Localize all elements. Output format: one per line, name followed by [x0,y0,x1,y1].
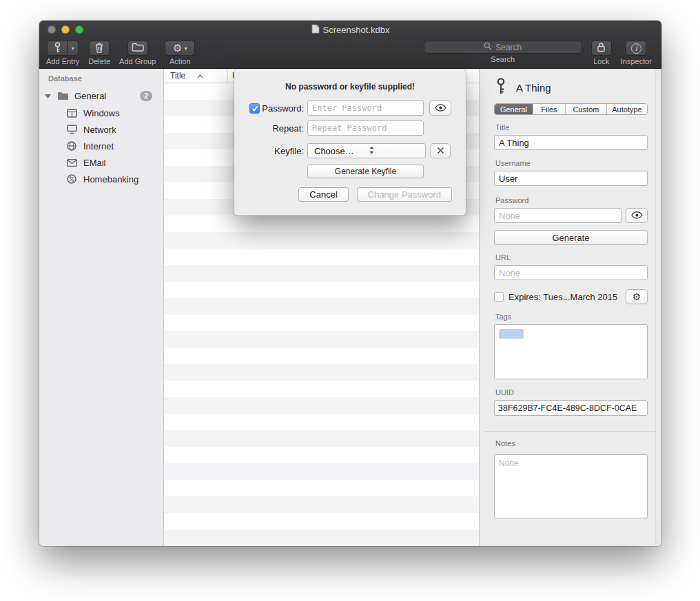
sidebar-item-network[interactable]: Network [39,121,163,138]
window-title-area: Screenshot.kdbx [311,24,390,36]
sidebar-section-header: Database [48,74,163,83]
tab-custom[interactable]: Custom [565,104,606,114]
toolbar-lock: Lock [591,41,612,65]
username-field-label: Username [495,159,648,167]
sidebar-item-email[interactable]: EMail [39,154,163,171]
folder-icon [132,43,144,54]
keyfile-label: Keyfile: [260,146,304,156]
dialog-footer: Cancel Change Password [298,187,452,202]
folder-icon [57,92,69,101]
username-field[interactable] [494,171,648,186]
search-placeholder: Search [495,43,522,52]
toolbar: ▾ Add Entry Delete Add Group ⚙ ▾ Action [39,39,661,69]
expires-checkbox[interactable] [494,292,504,302]
eye-icon [631,211,643,221]
sidebar-item-homebanking[interactable]: Homebanking [39,171,163,187]
password-label: Password: [260,103,304,114]
add-entry-button[interactable] [47,41,68,56]
search-label: Search [491,55,515,63]
sidebar-item-internet[interactable]: Internet [39,138,163,154]
window-icon [66,109,77,118]
sidebar-item-label: Internet [83,141,114,151]
window-title: Screenshot.kdbx [323,25,390,35]
disclosure-triangle-icon[interactable] [45,94,51,98]
close-x-icon [437,146,444,156]
chevron-down-icon: ▾ [72,45,74,52]
change-password-dialog: No password or keyfile supplied! Passwor… [234,69,466,215]
tab-files[interactable]: Files [533,104,565,114]
globe-icon [66,141,77,151]
tab-autotype[interactable]: Autotype [606,104,647,114]
tab-general[interactable]: General [495,104,533,114]
keyfile-popup-value: Choose… [314,146,369,156]
generate-password-button[interactable]: Generate [494,230,648,245]
cancel-button[interactable]: Cancel [298,187,348,202]
percent-coin-icon [66,174,77,184]
title-field[interactable] [494,135,648,150]
uuid-field[interactable] [494,400,648,416]
search-input[interactable]: Search [424,41,582,54]
keyfile-popup[interactable]: Choose… [307,143,426,158]
info-icon: i [631,43,641,54]
sidebar-item-label: Network [83,125,116,135]
password-field[interactable] [494,208,621,223]
zoom-button[interactable] [75,25,83,34]
generate-keyfile-button[interactable]: Generate Keyfile [307,165,424,178]
add-group-button[interactable] [127,41,148,56]
tags-field-label: Tags [495,313,648,321]
gear-icon: ⚙ [632,292,641,302]
reveal-password-button[interactable] [626,208,648,223]
toolbar-action: ⚙ ▾ Action [165,41,195,65]
toolbar-delete: Delete [88,41,110,65]
notes-field-label: Notes [495,439,648,447]
tags-box[interactable] [494,324,648,379]
sort-ascending-icon [197,71,224,81]
password-field-label: Password [495,196,648,204]
minimize-button[interactable] [61,25,70,34]
entry-title: A Thing [516,82,551,94]
notes-field[interactable] [494,454,648,518]
expires-settings-button[interactable]: ⚙ [626,289,648,304]
change-password-button[interactable]: Change Password [357,187,452,202]
sidebar-item-windows[interactable]: Windows [39,105,163,121]
delete-button[interactable] [89,41,110,56]
sidebar-group-label: General [74,91,106,101]
expires-label: Expires: Tues...March 2015 [508,292,617,302]
lock-button[interactable] [591,41,612,56]
chevron-down-icon: ▾ [185,45,187,52]
envelope-icon [66,159,77,167]
inspector-button[interactable]: i [626,41,646,56]
toolbar-add-entry: ▾ Add Entry [46,41,79,65]
entry-header: A Thing [494,77,648,98]
keyfile-row: Keyfile: Choose… [249,143,452,158]
checkmark-icon [251,102,258,114]
password-row: Password: [249,101,452,116]
magnifier-icon [484,42,492,52]
url-field[interactable] [494,265,648,280]
inspector-tabs: General Files Custom Autotype [494,103,648,115]
toolbar-inspector: i Inspector [621,41,652,65]
reveal-password-button[interactable] [429,101,451,116]
clear-keyfile-button[interactable] [430,143,451,158]
action-button[interactable]: ⚙ ▾ [165,41,195,56]
action-label: Action [169,57,191,65]
repeat-label: Repeat: [260,123,304,134]
document-icon [311,24,320,36]
password-checkbox[interactable] [249,103,260,114]
inspector-scrollbar[interactable] [655,69,661,546]
stepper-icon [369,145,423,157]
sidebar-item-label: Homebanking [83,174,138,184]
tag-chip[interactable] [499,329,524,339]
toolbar-add-group: Add Group [119,41,156,65]
sidebar-group-general[interactable]: General 2 [39,87,163,105]
dialog-password-input[interactable] [307,101,424,116]
inspector-divider [484,431,657,432]
add-entry-dropdown-button[interactable]: ▾ [68,41,79,56]
column-header-title[interactable]: Title [164,69,228,83]
close-button[interactable] [48,25,56,34]
sidebar-item-label: Windows [83,108,120,118]
inspector-panel: A Thing General Files Custom Autotype Ti… [479,69,661,546]
dialog-repeat-input[interactable] [307,120,424,136]
sidebar: Database General 2 Windows Network [39,69,163,546]
app-window: Screenshot.kdbx ▾ Add Entry Delete [39,21,661,546]
